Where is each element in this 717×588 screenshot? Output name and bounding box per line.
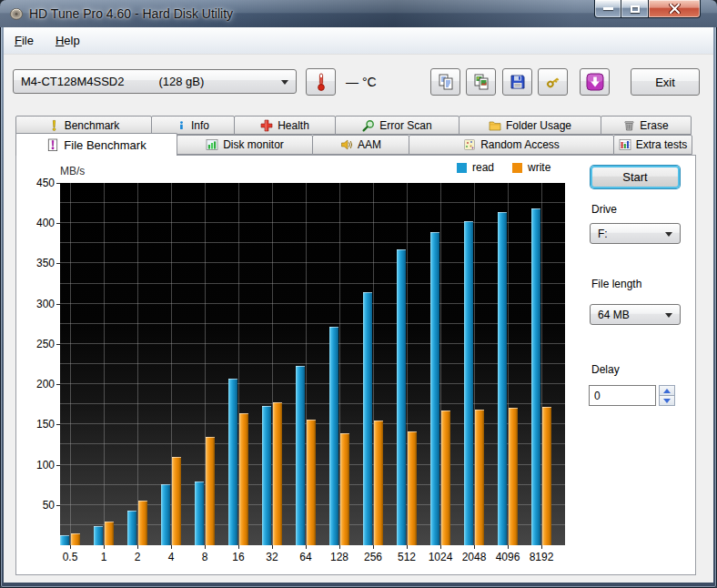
window-title: HD Tune Pro 4.60 - Hard Disk Utility: [29, 6, 233, 21]
y-tick-label: 100: [24, 459, 55, 471]
app-disk-icon: [9, 6, 24, 21]
x-tick-mark: [306, 545, 307, 549]
arrow-up-icon: [663, 385, 671, 393]
legend-write-label: write: [528, 161, 550, 174]
y-tick-mark: [56, 384, 60, 385]
x-tick-mark: [137, 545, 138, 549]
tab-random-access[interactable]: Random Access: [409, 135, 614, 155]
drive-label: Drive: [591, 203, 617, 216]
drive-letter-selector[interactable]: F:: [590, 223, 681, 244]
tab-erase[interactable]: Erase: [601, 116, 692, 135]
bar-write-1: [105, 522, 114, 545]
chart-legend: read write: [457, 161, 550, 174]
spinner-up-button[interactable]: [659, 385, 675, 396]
x-tick-label: 4096: [490, 551, 526, 563]
y-tick-mark: [56, 424, 60, 425]
chevron-down-icon: [665, 232, 672, 240]
y-tick-label: 150: [24, 418, 55, 431]
x-tick-label: 512: [389, 551, 425, 563]
health-cross-icon: [260, 119, 273, 132]
minimize-button[interactable]: [594, 0, 621, 18]
tab-file-benchmark[interactable]: File Benchmark: [15, 133, 177, 156]
x-tick-label: 128: [321, 551, 358, 563]
gridline-horizontal: [60, 363, 565, 364]
bar-write-8: [206, 437, 215, 545]
tab-health[interactable]: Health: [234, 116, 336, 135]
y-tick-mark: [56, 505, 60, 506]
temperature-value: — °C: [346, 75, 377, 89]
legend-read-label: read: [472, 161, 494, 174]
bar-write-8192: [542, 407, 551, 545]
x-tick-label: 1024: [422, 551, 459, 563]
delay-label: Delay: [591, 363, 620, 376]
save-button[interactable]: [502, 68, 532, 96]
y-tick-mark: [56, 304, 60, 305]
copy-text-button[interactable]: [430, 68, 460, 96]
x-tick-mark: [104, 545, 105, 549]
bar-read-512: [397, 249, 406, 545]
delay-input[interactable]: 0: [589, 385, 656, 406]
tab-disk-monitor[interactable]: Disk monitor: [177, 135, 313, 155]
copy-image-button[interactable]: [466, 68, 496, 96]
x-tick-mark: [272, 545, 273, 549]
bar-read-32: [262, 406, 271, 545]
tab-info[interactable]: Info: [151, 116, 235, 135]
bar-write-4: [172, 457, 181, 545]
thermometer-icon: [312, 72, 330, 92]
x-tick-mark: [171, 545, 172, 549]
gridline-horizontal: [60, 343, 565, 344]
menu-help[interactable]: Help: [45, 27, 91, 54]
spinner-down-button[interactable]: [659, 396, 675, 406]
options-button[interactable]: [538, 68, 568, 96]
y-tick-mark: [56, 344, 60, 345]
temperature-button[interactable]: [306, 68, 336, 96]
check-updates-button[interactable]: [580, 68, 610, 96]
trash-icon: [623, 119, 635, 132]
download-arrow-icon: [585, 72, 605, 92]
bar-read-8192: [531, 208, 540, 545]
exit-button[interactable]: Exit: [631, 68, 700, 96]
gridline-horizontal: [60, 283, 565, 284]
x-tick-mark: [339, 545, 340, 549]
tab-row-main: Benchmark Info Health: [15, 116, 696, 135]
bar-read-0.5: [60, 535, 69, 545]
file-length-selector[interactable]: 64 MB: [590, 304, 681, 325]
y-tick-label: 350: [24, 257, 55, 269]
window-controls: [594, 0, 701, 18]
x-tick-label: 8192: [523, 551, 560, 563]
tab-benchmark[interactable]: Benchmark: [15, 116, 152, 135]
maximize-button[interactable]: [621, 0, 649, 18]
tab-extra-tests[interactable]: Extra tests: [613, 135, 692, 155]
gridline-horizontal: [60, 262, 565, 263]
gridline-vertical: [70, 183, 71, 545]
y-tick-mark: [56, 183, 60, 184]
start-button[interactable]: Start: [591, 166, 680, 188]
y-axis-unit: MB/s: [60, 165, 85, 177]
gridline-horizontal: [60, 403, 565, 404]
x-tick-label: 8: [187, 551, 223, 563]
y-tick-mark: [56, 263, 60, 264]
bar-read-256: [363, 292, 372, 545]
bar-write-2: [138, 501, 147, 545]
x-tick-label: 0.5: [52, 551, 88, 563]
tab-error-scan[interactable]: Error Scan: [335, 116, 459, 135]
x-tick-label: 16: [220, 551, 257, 563]
toolbar: M4-CT128M4SSD2 (128 gB) — °C: [4, 56, 713, 110]
info-icon: [177, 119, 187, 132]
copy-image-icon: [472, 73, 490, 91]
bar-write-128: [340, 433, 349, 545]
tab-folder-usage[interactable]: Folder Usage: [459, 116, 601, 135]
bar-write-512: [408, 431, 417, 545]
gridline-horizontal: [60, 202, 565, 203]
x-tick-label: 1: [86, 551, 122, 563]
menu-file[interactable]: File: [4, 27, 45, 54]
x-tick-label: 4: [153, 551, 189, 563]
y-tick-mark: [56, 465, 60, 466]
tab-aam[interactable]: AAM: [312, 135, 409, 155]
copy-text-icon: [437, 73, 455, 91]
title-bar[interactable]: HD Tune Pro 4.60 - Hard Disk Utility: [0, 0, 717, 27]
drive-selector[interactable]: M4-CT128M4SSD2 (128 gB): [13, 69, 297, 94]
save-icon: [509, 73, 527, 91]
close-button[interactable]: [649, 0, 701, 18]
bar-write-64: [307, 420, 316, 545]
